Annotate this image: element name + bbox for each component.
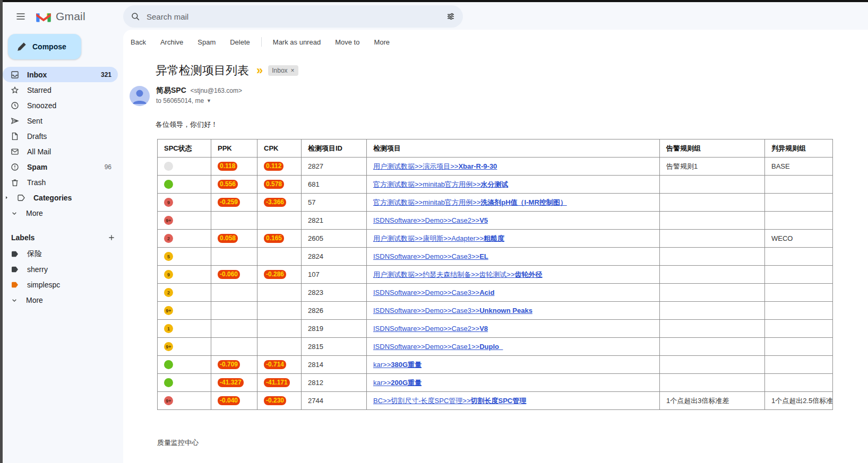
cell-spc-status: 9+ xyxy=(158,302,211,320)
detection-item-link[interactable]: ISDNSoftware>>Demo>>Case2>>V8 xyxy=(373,325,488,333)
detection-item-link[interactable]: BC>>切割尺寸-长度SPC管理>>切割长度SPC管理 xyxy=(373,397,526,405)
spc-status-indicator xyxy=(164,360,173,369)
cell-item-id: 2824 xyxy=(302,248,367,266)
detection-item-link[interactable]: ISDNSoftware>>Demo>>Case3>>Acid xyxy=(373,289,494,296)
gmail-logo-icon xyxy=(36,11,51,23)
table-row: 9+2821ISDNSoftware>>Demo>>Case2>>V5 xyxy=(158,212,833,230)
search-bar[interactable] xyxy=(123,5,463,28)
detection-item-link[interactable]: ISDNSoftware>>Demo>>Case2>>V5 xyxy=(373,216,488,224)
spc-status-indicator: 9+ xyxy=(164,396,173,405)
item-path: kar>> xyxy=(373,361,391,369)
cell-spc-status: 9+ xyxy=(158,212,211,230)
detection-item-link[interactable]: kar>>200G重量 xyxy=(373,379,422,387)
sidebar-item-label: Sent xyxy=(27,117,42,125)
inbox-chip-text: Inbox xyxy=(272,67,287,74)
sidebar-label-text: 保险 xyxy=(27,249,42,259)
labels-header: Labels xyxy=(11,233,116,242)
sidebar-label-simplespc[interactable]: simplespc xyxy=(3,277,118,292)
hamburger-menu-button[interactable] xyxy=(10,6,31,27)
sidebar-label-more[interactable]: More xyxy=(3,292,118,308)
sidebar-item-snoozed[interactable]: Snoozed xyxy=(3,98,118,113)
item-path: ISDNSoftware>>Demo>>Case3>> xyxy=(373,307,479,315)
toolbar-archive-button[interactable]: Archive xyxy=(160,38,183,46)
email-view: BackArchiveSpamDeleteMark as unreadMove … xyxy=(123,30,868,463)
sidebar-item-more[interactable]: More xyxy=(3,205,118,221)
inbox-label-chip[interactable]: Inbox × xyxy=(268,65,298,76)
sidebar-item-drafts[interactable]: Drafts xyxy=(3,128,118,144)
send-icon xyxy=(10,116,20,126)
toolbar-back-button[interactable]: Back xyxy=(131,38,146,46)
item-name: 洗涤剂pH值（I-MR控制图） xyxy=(480,198,567,206)
sidebar-item-inbox[interactable]: Inbox321 xyxy=(3,67,118,82)
sidebar-item-starred[interactable]: Starred xyxy=(3,82,118,98)
sidebar-item-label: All Mail xyxy=(27,147,51,156)
sidebar-item-sent[interactable]: Sent xyxy=(3,113,118,128)
cell-item-id: 2819 xyxy=(302,320,367,338)
sidebar-label-text: simplespc xyxy=(27,281,60,289)
toolbar-move-to-button[interactable]: Move to xyxy=(335,38,359,46)
cell-alert-rule xyxy=(660,302,765,320)
cpk-badge: -3.366 xyxy=(264,198,286,207)
email-subject: 异常检测项目列表 xyxy=(156,63,249,78)
column-header: 判异规则组 xyxy=(765,139,833,158)
cell-judge-rule xyxy=(765,338,833,356)
detection-item-link[interactable]: ISDNSoftware>>Demo>>Case3>>EL xyxy=(373,252,488,260)
sidebar-item-label: Categories xyxy=(33,194,72,202)
cpk-badge: -0.714 xyxy=(264,360,286,369)
table-row: 52824ISDNSoftware>>Demo>>Case3>>EL xyxy=(158,248,833,266)
tune-icon[interactable] xyxy=(446,12,456,21)
cell-item-id: 57 xyxy=(302,194,367,212)
cell-spc-status: 5 xyxy=(158,248,211,266)
important-marker-icon: » xyxy=(256,65,263,76)
compose-button[interactable]: Compose xyxy=(8,34,81,59)
cell-item: ISDNSoftware>>Demo>>Case2>>V5 xyxy=(367,212,660,230)
cell-item-id: 2826 xyxy=(302,302,367,320)
cell-ppk: -41.327 xyxy=(211,374,257,392)
detection-item-link[interactable]: 官方测试数据>>minitab官方用例>>洗涤剂pH值（I-MR控制图） xyxy=(373,198,567,206)
add-label-button[interactable] xyxy=(107,233,116,242)
toolbar-delete-button[interactable]: Delete xyxy=(230,38,250,46)
item-path: ISDNSoftware>>Demo>>Case3>> xyxy=(373,252,479,260)
details-dropdown-icon[interactable]: ▼ xyxy=(207,98,211,103)
item-name: V8 xyxy=(479,325,488,333)
cell-ppk: 0.058 xyxy=(211,230,257,248)
sender-avatar[interactable] xyxy=(130,86,150,106)
sidebar-item-label: Trash xyxy=(27,178,46,187)
detection-item-link[interactable]: ISDNSoftware>>Demo>>Case1>>Duplo_ xyxy=(373,343,503,351)
cell-cpk xyxy=(257,320,302,338)
detection-item-link[interactable]: 用户测试数据>>演示项目>>Xbar-R-9-30 xyxy=(373,162,497,170)
screen-bezel-top xyxy=(0,0,868,2)
detection-item-link[interactable]: ISDNSoftware>>Demo>>Case3>>Unknown Peaks xyxy=(373,307,532,315)
sidebar-label-sherry[interactable]: sherry xyxy=(3,261,118,277)
ppk-badge: -0.709 xyxy=(218,360,240,369)
toolbar-more-button[interactable]: More xyxy=(374,38,390,46)
cell-cpk xyxy=(257,284,302,302)
sidebar-item-trash[interactable]: Trash xyxy=(3,174,118,190)
cell-item-id: 2812 xyxy=(302,374,367,392)
cell-item: 用户测试数据>>约瑟夫森结制备>>齿轮测试>>齿轮外径 xyxy=(367,266,660,284)
cell-ppk: -0.709 xyxy=(211,356,257,374)
cell-alert-rule: 1个点超出3倍标准差 xyxy=(660,392,765,410)
toolbar-mark-as-unread-button[interactable]: Mark as unread xyxy=(273,38,321,46)
toolbar: BackArchiveSpamDeleteMark as unreadMove … xyxy=(123,30,868,54)
column-header: 告警规则组 xyxy=(660,139,765,158)
cell-item: ISDNSoftware>>Demo>>Case3>>Acid xyxy=(367,284,660,302)
cell-cpk: -0.286 xyxy=(257,266,302,284)
sidebar-item-categories[interactable]: Categories xyxy=(3,190,118,205)
sidebar-label-保险[interactable]: 保险 xyxy=(3,246,118,261)
cell-alert-rule xyxy=(660,176,765,194)
detection-item-link[interactable]: 官方测试数据>>minitab官方用例>>水分测试 xyxy=(373,180,508,188)
sidebar-item-all-mail[interactable]: All Mail xyxy=(3,144,118,159)
detection-item-link[interactable]: 用户测试数据>>康明斯>>Adapter>>粗糙度 xyxy=(373,234,504,242)
chip-close-icon[interactable]: × xyxy=(291,67,295,74)
detection-item-link[interactable]: kar>>380G重量 xyxy=(373,361,422,369)
table-header-row: SPC状态PPKCPK检测项目ID检测项目告警规则组判异规则组 xyxy=(158,139,833,158)
search-input[interactable] xyxy=(145,12,446,22)
sidebar-item-spam[interactable]: Spam96 xyxy=(3,159,118,174)
cell-judge-rule xyxy=(765,248,833,266)
detection-item-link[interactable]: 用户测试数据>>约瑟夫森结制备>>齿轮测试>>齿轮外径 xyxy=(373,270,543,278)
toolbar-spam-button[interactable]: Spam xyxy=(197,38,216,46)
cell-judge-rule xyxy=(765,374,833,392)
cell-spc-status: 9 xyxy=(158,194,211,212)
sidebar-item-label: Drafts xyxy=(27,132,47,141)
